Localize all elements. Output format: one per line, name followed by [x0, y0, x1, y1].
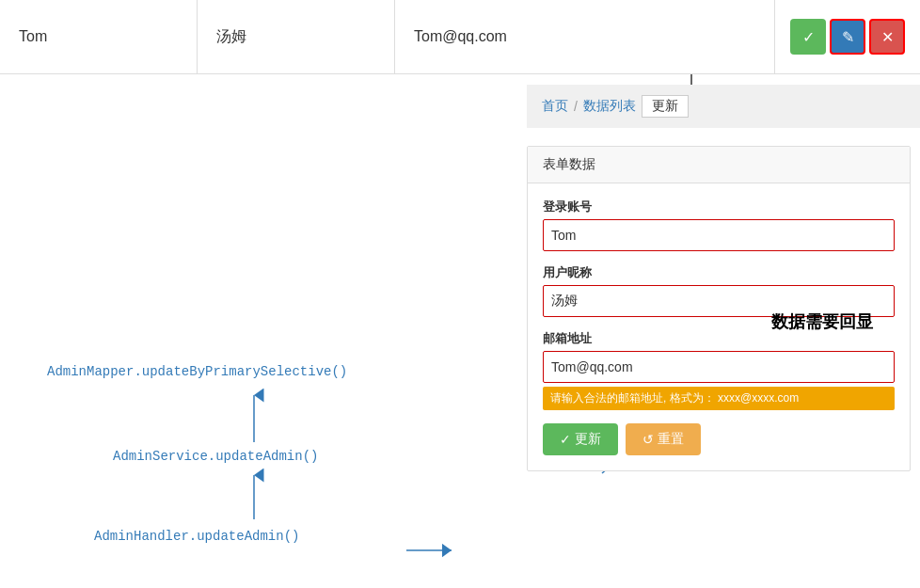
check-icon: ✓ [802, 28, 815, 46]
reset-button[interactable]: ↺ 重置 [626, 423, 701, 455]
edit-icon: ✎ [842, 28, 854, 46]
handler-method: AdminHandler.updateAdmin() [94, 527, 299, 544]
breadcrumb-current: 更新 [642, 95, 689, 118]
delete-icon: ✕ [881, 28, 894, 46]
nickname-text: 汤姆 [216, 27, 246, 47]
edit-button[interactable]: ✎ [830, 19, 865, 55]
mapper-method-text: AdminMapper.updateByPrimarySelective() [47, 364, 347, 379]
handler-method-text: AdminHandler.updateAdmin() [94, 529, 299, 544]
submit-label: 更新 [575, 431, 601, 448]
breadcrumb-sep1: / [574, 99, 578, 114]
username-label: 登录账号 [543, 199, 895, 215]
check-button[interactable]: ✓ [790, 19, 826, 55]
form-group-nickname: 用户昵称 [543, 264, 895, 317]
username-text: Tom [19, 28, 47, 45]
email-input[interactable] [543, 351, 895, 383]
annotation-text: 数据需要回显 [771, 312, 873, 331]
reset-icon: ↺ [642, 432, 654, 447]
nickname-label: 用户昵称 [543, 264, 895, 281]
form-panel-header: 表单数据 [528, 147, 910, 183]
breadcrumb-list[interactable]: 数据列表 [583, 98, 636, 115]
table-row: Tom 汤姆 Tom@qq.com ✓ ✎ ✕ [0, 0, 920, 74]
mapper-method: AdminMapper.updateByPrimarySelective() [47, 362, 347, 379]
form-group-email: 邮箱地址 请输入合法的邮箱地址, 格式为： xxxx@xxxx.com [543, 330, 895, 410]
email-hint: 请输入合法的邮箱地址, 格式为： xxxx@xxxx.com [543, 387, 895, 410]
form-panel: 表单数据 登录账号 用户昵称 邮箱地址 请输入合法的邮箱地址, 格式为： xxx… [527, 146, 911, 471]
table-cell-nickname: 汤姆 [198, 0, 395, 73]
service-method: AdminService.updateAdmin() [113, 447, 318, 464]
table-cell-username: Tom [0, 0, 198, 73]
action-buttons-group: ✓ ✎ ✕ [775, 19, 920, 55]
breadcrumb-home[interactable]: 首页 [542, 98, 568, 115]
reset-label: 重置 [658, 431, 684, 448]
username-input[interactable] [543, 219, 895, 251]
email-text: Tom@qq.com [414, 28, 507, 45]
form-group-username: 登录账号 [543, 199, 895, 251]
submit-icon: ✓ [560, 432, 571, 447]
data-annotation: 数据需要回显 [771, 310, 873, 333]
breadcrumb: 首页 / 数据列表 更新 [527, 85, 920, 128]
table-cell-email: Tom@qq.com [395, 0, 775, 73]
form-buttons: ✓ 更新 ↺ 重置 [543, 423, 895, 455]
delete-button[interactable]: ✕ [869, 19, 905, 55]
service-method-text: AdminService.updateAdmin() [113, 449, 318, 464]
submit-button[interactable]: ✓ 更新 [543, 423, 618, 455]
form-title: 表单数据 [543, 156, 595, 171]
